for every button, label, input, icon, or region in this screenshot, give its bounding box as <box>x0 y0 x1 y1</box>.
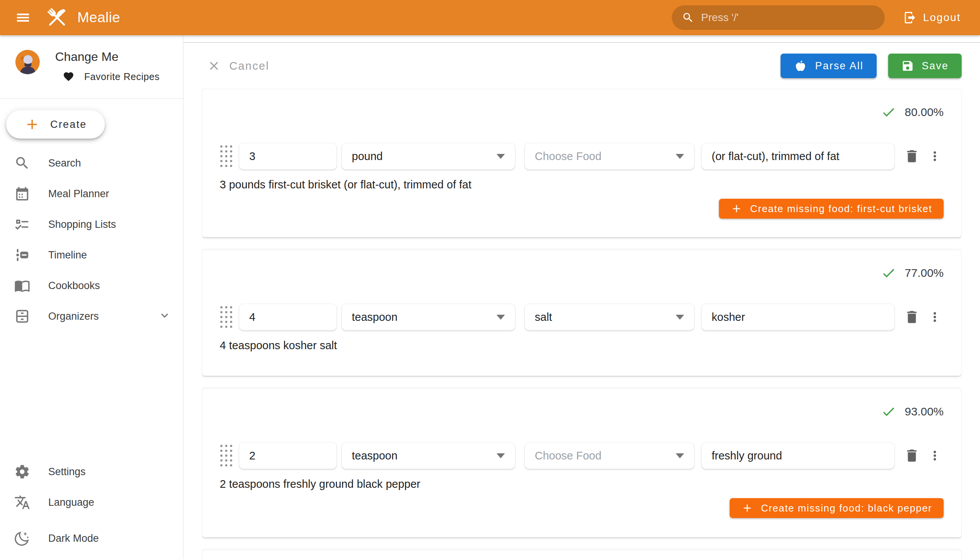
quantity-input[interactable] <box>239 442 337 469</box>
note-input[interactable] <box>701 304 895 331</box>
logout-label: Logout <box>923 12 961 24</box>
check-icon <box>881 104 896 120</box>
parse-all-button[interactable]: Parse All <box>780 54 876 78</box>
hamburger-icon <box>15 10 31 26</box>
check-icon <box>881 265 896 281</box>
ingredient-parser-panel: Cancel Parse All Save 80.00% <box>183 35 980 559</box>
quantity-value[interactable] <box>249 150 327 163</box>
note-value[interactable] <box>712 311 884 324</box>
row-menu-button[interactable] <box>926 310 944 324</box>
save-button[interactable]: Save <box>888 54 962 78</box>
sidebar-item-label: Search <box>48 157 81 169</box>
open-book-icon <box>14 278 31 294</box>
kebab-icon <box>927 448 942 463</box>
sidebar-item-label: Shopping Lists <box>48 218 116 230</box>
user-name: Change Me <box>55 50 160 64</box>
sidebar-item-label: Settings <box>48 466 86 478</box>
create-missing-row: Create missing food: first-cut brisket <box>220 199 944 218</box>
unit-select[interactable]: pound <box>342 143 515 170</box>
confidence-row: 80.00% <box>220 104 944 121</box>
quantity-value[interactable] <box>249 450 327 462</box>
quantity-input[interactable] <box>239 143 337 170</box>
quantity-value[interactable] <box>249 311 327 324</box>
hamburger-menu-button[interactable] <box>12 6 35 29</box>
search-icon <box>682 11 694 25</box>
ingredient-card <box>202 550 962 559</box>
user-info: Change Me Favorite Recipes <box>55 50 160 82</box>
food-value: salt <box>535 311 552 324</box>
drag-handle-icon[interactable] <box>220 445 233 466</box>
sidebar-bottom-nav: Settings Language Dark Mode <box>0 456 183 559</box>
food-select[interactable]: Choose Food <box>524 442 694 469</box>
delete-row-button[interactable] <box>902 448 922 464</box>
note-value[interactable] <box>712 450 884 462</box>
gear-icon <box>14 464 31 480</box>
cancel-button[interactable]: Cancel <box>202 55 275 76</box>
original-ingredient-text: 4 teaspoons kosher salt <box>220 339 944 352</box>
caret-down-icon <box>496 315 505 320</box>
create-missing-food-label: Create missing food: first-cut brisket <box>750 203 932 215</box>
note-input[interactable] <box>701 143 895 170</box>
food-placeholder: Choose Food <box>535 150 602 163</box>
confidence-row: 77.00% <box>220 265 944 281</box>
sidebar-item-meal-planner[interactable]: Meal Planner <box>0 179 183 209</box>
note-value[interactable] <box>712 150 884 163</box>
quantity-input[interactable] <box>239 304 337 331</box>
heart-icon <box>63 71 74 82</box>
original-ingredient-text: 2 teaspoons freshly ground black pepper <box>220 478 944 490</box>
delete-row-button[interactable] <box>902 309 922 325</box>
plus-icon <box>741 502 754 514</box>
sidebar-item-language[interactable]: Language <box>0 487 183 518</box>
checklist-icon <box>14 216 31 232</box>
drag-handle-icon[interactable] <box>220 146 233 167</box>
note-input[interactable] <box>701 442 895 469</box>
filing-cabinet-icon <box>14 308 31 324</box>
create-missing-row: Create missing food: black pepper <box>220 498 944 518</box>
delete-row-button[interactable] <box>902 148 922 164</box>
create-button-label: Create <box>50 119 86 131</box>
caret-down-icon <box>676 154 684 159</box>
favorite-recipes-label: Favorite Recipes <box>84 71 160 82</box>
global-search-input[interactable] <box>701 12 875 24</box>
fork-knife-logo-icon <box>44 4 70 31</box>
sidebar-item-organizers[interactable]: Organizers <box>0 301 183 332</box>
food-placeholder: Choose Food <box>535 450 602 462</box>
global-search[interactable] <box>672 5 885 30</box>
close-icon <box>207 59 221 73</box>
food-select[interactable]: salt <box>524 304 694 331</box>
translate-icon <box>14 494 31 510</box>
chevron-down-icon <box>158 309 172 324</box>
sidebar-divider <box>0 98 183 99</box>
sidebar-item-timeline[interactable]: Timeline <box>0 240 183 270</box>
save-icon <box>901 60 914 72</box>
ingredient-card: 77.00% teaspoon salt <box>202 250 962 376</box>
avatar <box>15 50 40 74</box>
mealie-logo[interactable] <box>44 4 70 31</box>
caret-down-icon <box>496 154 505 159</box>
logout-button[interactable]: Logout <box>898 5 966 30</box>
ingredient-fields-row: teaspoon salt <box>220 304 944 331</box>
unit-select[interactable]: teaspoon <box>342 304 515 331</box>
trash-icon <box>904 448 920 464</box>
drag-handle-icon[interactable] <box>220 306 233 328</box>
sidebar-item-search[interactable]: Search <box>0 148 183 179</box>
row-menu-button[interactable] <box>926 448 944 463</box>
sidebar-item-dark-mode[interactable]: Dark Mode <box>0 523 183 554</box>
favorite-recipes-link[interactable]: Favorite Recipes <box>63 71 160 82</box>
food-select[interactable]: Choose Food <box>524 143 694 170</box>
row-menu-button[interactable] <box>926 149 944 164</box>
create-button[interactable]: Create <box>6 110 105 139</box>
unit-select[interactable]: teaspoon <box>342 442 515 469</box>
sidebar-item-cookbooks[interactable]: Cookbooks <box>0 270 183 301</box>
ingredient-card-list: 80.00% pound Choose Food <box>202 89 962 559</box>
create-missing-food-button[interactable]: Create missing food: black pepper <box>730 498 944 518</box>
user-block[interactable]: Change Me Favorite Recipes <box>0 35 183 98</box>
sidebar-item-shopping-lists[interactable]: Shopping Lists <box>0 209 183 240</box>
moon-icon <box>14 530 31 546</box>
unit-value: teaspoon <box>352 311 397 324</box>
plus-icon <box>24 116 40 132</box>
sidebar-item-settings[interactable]: Settings <box>0 456 183 487</box>
confidence-row: 93.00% <box>220 403 944 420</box>
create-missing-food-button[interactable]: Create missing food: first-cut brisket <box>719 199 944 218</box>
sidebar: Change Me Favorite Recipes Create Search… <box>0 35 183 559</box>
